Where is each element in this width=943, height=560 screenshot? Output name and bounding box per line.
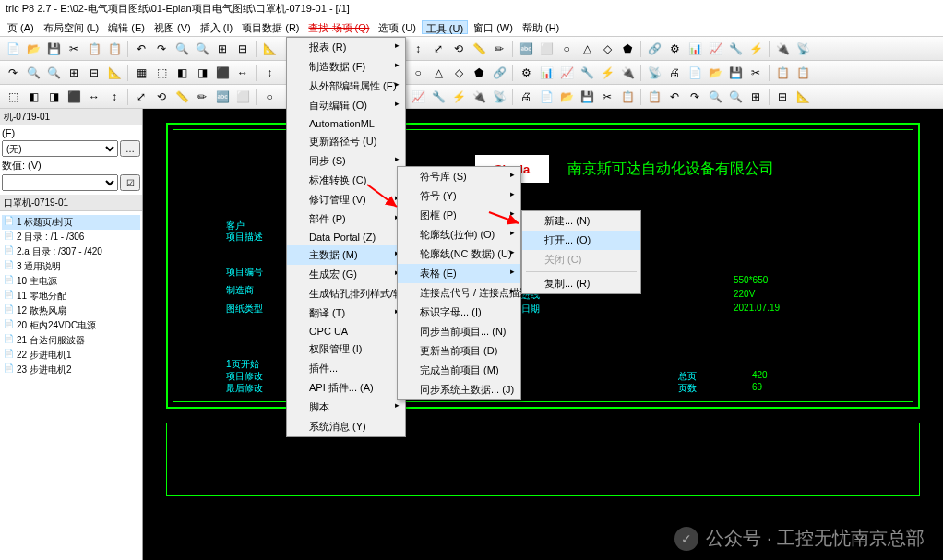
toolbar-btn[interactable]: 🔍 bbox=[706, 88, 724, 106]
menu-item[interactable]: 新建... (N) bbox=[522, 211, 640, 231]
menu-item[interactable]: 连接点代号 / 连接点描述... (C) bbox=[398, 283, 520, 303]
menu-item[interactable]: 更新路径号 (U) bbox=[287, 132, 405, 151]
toolbar-btn[interactable]: ✂ bbox=[65, 40, 83, 58]
toolbar-btn[interactable]: 🔌 bbox=[773, 40, 792, 58]
toolbar-btn[interactable]: 📋 bbox=[105, 40, 124, 58]
menu-item[interactable]: 从外部编辑属性 (E) bbox=[287, 77, 405, 96]
tools-menu[interactable]: 报表 (R)制造数据 (F)从外部编辑属性 (E)自动编辑 (O)Automat… bbox=[286, 37, 406, 437]
menu-item[interactable]: 生成宏 (G) bbox=[287, 265, 405, 284]
toolbar-btn[interactable]: 💾 bbox=[578, 88, 596, 106]
toolbar-btn[interactable]: 🔗 bbox=[490, 64, 508, 82]
toolbar-btn[interactable]: ⊞ bbox=[213, 40, 232, 58]
toolbar-btn[interactable]: 📋 bbox=[618, 88, 637, 106]
menu-item[interactable]: 标准转换 (C) bbox=[287, 171, 405, 190]
toolbar-btn[interactable]: ↷ bbox=[686, 88, 704, 106]
menu-item[interactable]: 插件... bbox=[287, 359, 405, 378]
toolbar-btn[interactable]: ⊟ bbox=[85, 64, 103, 82]
tree-item[interactable]: 2 目录 : /1 - /306 bbox=[2, 230, 140, 244]
menu-item[interactable]: 打开... (O) bbox=[522, 231, 640, 250]
toolbar-btn[interactable]: ⤢ bbox=[132, 88, 150, 106]
toolbar-btn[interactable]: 🖨 bbox=[665, 64, 684, 82]
toolbar-btn[interactable]: 📡 bbox=[490, 88, 508, 106]
menu-item[interactable]: 自动编辑 (O) bbox=[287, 96, 405, 115]
menu-item[interactable]: 标识字母... (I) bbox=[398, 303, 520, 322]
menu-10[interactable]: 帮助 (H) bbox=[519, 20, 563, 34]
sidebar-tab[interactable]: 机-0719-01 bbox=[0, 109, 142, 125]
toolbar-btn[interactable]: 📐 bbox=[794, 88, 812, 106]
menu-item[interactable]: 轮廓线(拉伸) (O) bbox=[398, 225, 520, 244]
toolbar-btn[interactable]: ↷ bbox=[152, 40, 171, 58]
menu-2[interactable]: 编辑 (E) bbox=[104, 20, 149, 34]
menu-item[interactable]: 翻译 (T) bbox=[287, 304, 405, 323]
menu-item[interactable]: 权限管理 (I) bbox=[287, 340, 405, 359]
toolbar-btn[interactable]: 📂 bbox=[706, 64, 724, 82]
toolbar-btn[interactable]: ⊟ bbox=[233, 40, 252, 58]
toolbar-btn[interactable]: ⊞ bbox=[746, 88, 765, 106]
toolbar-btn[interactable]: 📂 bbox=[24, 40, 42, 58]
toolbar-btn[interactable]: ⬛ bbox=[65, 88, 83, 106]
toolbar-btn[interactable]: ⚡ bbox=[598, 64, 616, 82]
menu-item[interactable]: 制造数据 (F) bbox=[287, 57, 405, 77]
menu-1[interactable]: 布局空间 (L) bbox=[40, 20, 103, 34]
menu-4[interactable]: 插入 (I) bbox=[197, 20, 236, 34]
menu-item[interactable]: 图框 (P) bbox=[398, 206, 520, 225]
menu-6[interactable]: 查找 场项 (Q) bbox=[304, 20, 373, 34]
menu-item[interactable]: 修订管理 (V) bbox=[287, 190, 405, 209]
toolbar-btn[interactable]: ⬜ bbox=[233, 88, 252, 106]
toolbar-btn[interactable]: ↶ bbox=[665, 88, 684, 106]
toolbar-btn[interactable]: 💾 bbox=[44, 40, 63, 58]
toolbar-btn[interactable]: ⚙ bbox=[517, 64, 535, 82]
toolbar-btn[interactable]: 📈 bbox=[557, 64, 576, 82]
toolbar-btn[interactable]: 🔧 bbox=[578, 64, 596, 82]
toolbar-btn[interactable]: ↶ bbox=[132, 40, 150, 58]
toolbar-btn[interactable]: 📄 bbox=[537, 88, 555, 106]
menu-item[interactable]: 脚本 bbox=[287, 398, 405, 417]
toolbar-btn[interactable]: ⬚ bbox=[4, 88, 22, 106]
toolbar-btn[interactable]: ↔ bbox=[85, 88, 103, 106]
toolbar-btn[interactable]: 💾 bbox=[726, 64, 745, 82]
menu-item[interactable]: AutomationML bbox=[287, 115, 405, 132]
toolbar-btn[interactable]: 📋 bbox=[773, 64, 792, 82]
toolbar-btn[interactable]: 📈 bbox=[706, 40, 724, 58]
toolbar-btn[interactable]: 🔧 bbox=[429, 88, 448, 106]
menu-item[interactable]: 符号 (Y) bbox=[398, 186, 520, 206]
tree-item[interactable]: 2.a 目录 : /307 - /420 bbox=[2, 244, 140, 259]
toolbar-btn[interactable]: ⚡ bbox=[746, 40, 765, 58]
menu-item[interactable]: 更新当前项目 (D) bbox=[398, 341, 520, 361]
tree-item[interactable]: 23 步进电机2 bbox=[2, 363, 140, 377]
menu-item[interactable]: 同步系统主数据... (J) bbox=[398, 380, 520, 399]
toolbar-btn[interactable]: ⟲ bbox=[152, 88, 171, 106]
toolbar-btn[interactable]: ◨ bbox=[44, 88, 63, 106]
toolbar-btn[interactable]: ⬛ bbox=[213, 64, 232, 82]
masterdata-submenu[interactable]: 符号库 (S)符号 (Y)图框 (P)轮廓线(拉伸) (O)轮廓线(NC 数据)… bbox=[397, 166, 521, 400]
menu-8[interactable]: 工具 (U) bbox=[422, 20, 468, 34]
toolbar-btn[interactable]: 🔍 bbox=[726, 88, 745, 106]
toolbar-btn[interactable]: ⤢ bbox=[429, 40, 448, 58]
tree-item[interactable]: 22 步进电机1 bbox=[2, 348, 140, 363]
toolbar-btn[interactable]: 📊 bbox=[686, 40, 704, 58]
toolbar-btn[interactable]: ◨ bbox=[193, 64, 211, 82]
toolbar-btn[interactable]: 📄 bbox=[686, 64, 704, 82]
menu-9[interactable]: 窗口 (W) bbox=[470, 20, 517, 34]
menu-item[interactable]: 系统消息 (Y) bbox=[287, 417, 405, 436]
toolbar-btn[interactable]: △ bbox=[578, 40, 596, 58]
toolbar-btn[interactable]: 📏 bbox=[470, 40, 488, 58]
toolbar-btn[interactable]: 🔗 bbox=[645, 40, 663, 58]
toolbar-btn[interactable]: 📏 bbox=[173, 88, 191, 106]
menu-item[interactable]: 部件 (P) bbox=[287, 209, 405, 229]
toolbar-btn[interactable]: ○ bbox=[409, 64, 427, 82]
toolbar-btn[interactable]: ⬚ bbox=[152, 64, 171, 82]
menu-7[interactable]: 选项 (U) bbox=[375, 20, 419, 34]
toolbar-btn[interactable]: 📋 bbox=[794, 64, 812, 82]
toolbar-btn[interactable]: ⬟ bbox=[618, 40, 637, 58]
toolbar-btn[interactable]: ◇ bbox=[598, 40, 616, 58]
menu-item[interactable]: 复制... (R) bbox=[522, 274, 640, 293]
menu-item[interactable]: 符号库 (S) bbox=[398, 167, 520, 186]
menu-3[interactable]: 视图 (V) bbox=[150, 20, 195, 34]
toolbar-btn[interactable]: 🔍 bbox=[24, 64, 42, 82]
value-select[interactable] bbox=[2, 174, 118, 191]
toolbar-btn[interactable]: 📡 bbox=[645, 64, 663, 82]
menu-5[interactable]: 项目数据 (R) bbox=[238, 20, 303, 34]
toolbar-btn[interactable]: 📄 bbox=[4, 40, 22, 58]
toolbar-btn[interactable]: 🔤 bbox=[213, 88, 232, 106]
